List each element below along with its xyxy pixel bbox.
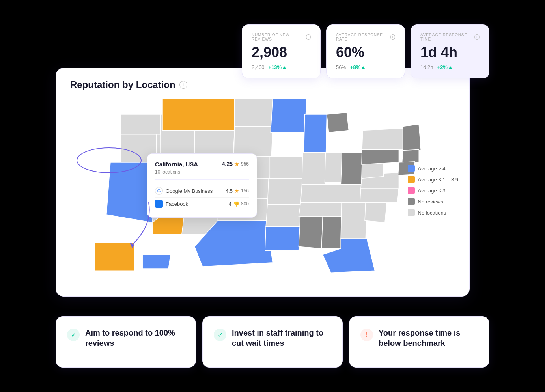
legend-color-1 [408, 176, 415, 183]
arrow-up-icon-new-reviews [283, 66, 286, 69]
tooltip-row-facebook: f Facebook 4 👎 800 [155, 197, 249, 210]
stat-change-new-reviews: +13% [269, 64, 286, 70]
legend-item-4: No locations [408, 209, 458, 216]
stat-footer-response-time: 1d 2h +2% [420, 64, 480, 70]
tooltip-review-count: 956 [241, 161, 249, 167]
svg-marker-18 [270, 157, 304, 179]
svg-marker-30 [321, 217, 343, 248]
insight-icon-1: ✓ [214, 329, 226, 341]
info-icon-response-time[interactable]: i [474, 34, 480, 40]
insight-card-2: ! Your response time is below benchmark [349, 316, 489, 368]
insight-text-2: Your response time is below benchmark [379, 328, 478, 348]
main-panel: Reputation by Location i [56, 68, 470, 297]
svg-marker-11 [235, 98, 275, 126]
stat-value-response-time: 1d 4h [420, 45, 480, 60]
svg-marker-38 [362, 129, 403, 150]
stat-prev-response-rate: 56% [336, 64, 346, 70]
facebook-rating-value: 4 [229, 201, 231, 207]
tooltip-rating: 4.25 ★ 956 [222, 161, 249, 167]
panel-info-icon[interactable]: i [179, 81, 187, 89]
insight-cards-container: ✓ Aim to respond to 100% reviews ✓ Inves… [56, 316, 489, 368]
insight-card-0: ✓ Aim to respond to 100% reviews [56, 316, 196, 368]
tooltip-platform-name-google: Google My Business [166, 188, 213, 194]
stat-card-response-rate: AVERAGE RESPONSE RATE i 60% 56% +8% [326, 24, 405, 78]
insight-icon-0: ✓ [67, 329, 80, 341]
google-rating-value: 4.5 [226, 188, 233, 194]
stat-label-response-time: AVERAGE RESPONSE TIME i [420, 33, 480, 41]
stat-footer-response-rate: 56% +8% [336, 64, 395, 70]
stat-label-response-rate: AVERAGE RESPONSE RATE i [336, 33, 395, 41]
tooltip-platform-name-facebook: Facebook [166, 201, 188, 207]
insight-text-1: Invest in staff training to cut wait tim… [232, 328, 331, 348]
arrow-up-icon-response-rate [362, 66, 365, 69]
google-icon: G [155, 187, 163, 195]
location-tooltip: California, USA 4.25 ★ 956 10 locations … [147, 153, 257, 218]
legend-label-0: Average ≥ 4 [418, 166, 446, 172]
svg-marker-43 [142, 255, 170, 269]
tooltip-location-name: California, USA [155, 161, 198, 168]
legend-color-3 [408, 198, 415, 205]
svg-marker-39 [403, 124, 421, 150]
info-icon-response-rate[interactable]: i [390, 34, 396, 40]
svg-marker-20 [266, 205, 302, 227]
svg-marker-34 [360, 187, 399, 203]
tooltip-platform-google: G Google My Business [155, 187, 213, 195]
stat-value-response-rate: 60% [336, 45, 395, 60]
svg-marker-0 [120, 114, 161, 134]
stat-cards-container: NUMBER OF NEW REVIEWS i 2,908 2,460 +13%… [242, 24, 489, 78]
svg-marker-42 [94, 243, 134, 271]
arrow-up-icon-response-time [449, 66, 452, 69]
legend-item-3: No reviews [408, 198, 458, 205]
svg-marker-26 [341, 152, 363, 186]
svg-marker-17 [271, 98, 306, 132]
google-star-icon: ★ [234, 188, 239, 194]
legend-label-4: No locations [418, 210, 446, 216]
svg-marker-24 [302, 152, 327, 184]
svg-marker-21 [265, 226, 300, 250]
tooltip-platform-facebook: f Facebook [155, 200, 188, 208]
map-area: Average ≥ 4 Average 3.1 – 3.9 Average ≤ … [56, 90, 469, 291]
insight-icon-2: ! [360, 329, 373, 341]
svg-marker-5 [162, 98, 235, 130]
svg-marker-19 [267, 179, 302, 205]
facebook-icon: f [155, 200, 163, 208]
stat-change-response-rate: +8% [350, 64, 365, 70]
tooltip-facebook-rating: 4 👎 800 [229, 201, 249, 207]
stat-card-response-time: AVERAGE RESPONSE TIME i 1d 4h 1d 2h +2% [411, 24, 489, 78]
insight-card-1: ✓ Invest in staff training to cut wait t… [202, 316, 343, 368]
svg-marker-25 [325, 152, 343, 182]
legend-item-0: Average ≥ 4 [408, 165, 458, 172]
tooltip-header: California, USA 4.25 ★ 956 [155, 161, 249, 168]
svg-marker-33 [365, 202, 387, 222]
stat-label-new-reviews: NUMBER OF NEW REVIEWS i [252, 33, 311, 41]
stat-prev-response-time: 1d 2h [420, 64, 433, 70]
tooltip-rating-value: 4.25 [222, 161, 233, 167]
tooltip-divider [155, 179, 249, 180]
info-icon-new-reviews[interactable]: i [306, 34, 311, 40]
legend-color-0 [408, 165, 415, 172]
stat-value-new-reviews: 2,908 [252, 45, 311, 60]
svg-marker-29 [299, 217, 323, 248]
insight-text-0: Aim to respond to 100% reviews [85, 328, 185, 348]
stat-footer-new-reviews: 2,460 +13% [252, 64, 311, 70]
svg-marker-27 [301, 185, 363, 203]
panel-title: Reputation by Location [70, 79, 175, 90]
svg-marker-22 [304, 114, 327, 153]
stat-change-response-time: +2% [437, 64, 452, 70]
svg-marker-12 [234, 126, 273, 156]
stat-prev-new-reviews: 2,460 [252, 64, 265, 70]
tooltip-row-google: G Google My Business 4.5 ★ 156 [155, 185, 249, 197]
legend-item-2: Average ≤ 3 [408, 187, 458, 194]
svg-marker-23 [327, 112, 349, 133]
legend-item-1: Average 3.1 – 3.9 [408, 176, 458, 183]
map-legend: Average ≥ 4 Average 3.1 – 3.9 Average ≤ … [408, 165, 458, 216]
legend-label-3: No reviews [418, 199, 443, 205]
legend-label-2: Average ≤ 3 [418, 188, 446, 194]
google-review-count: 156 [241, 188, 249, 194]
legend-color-2 [408, 187, 415, 194]
tooltip-google-rating: 4.5 ★ 156 [226, 188, 249, 194]
svg-marker-31 [341, 202, 367, 241]
facebook-dislike-icon: 👎 [233, 201, 239, 207]
legend-label-1: Average 3.1 – 3.9 [418, 177, 458, 183]
tooltip-sublabel: 10 locations [155, 169, 249, 175]
